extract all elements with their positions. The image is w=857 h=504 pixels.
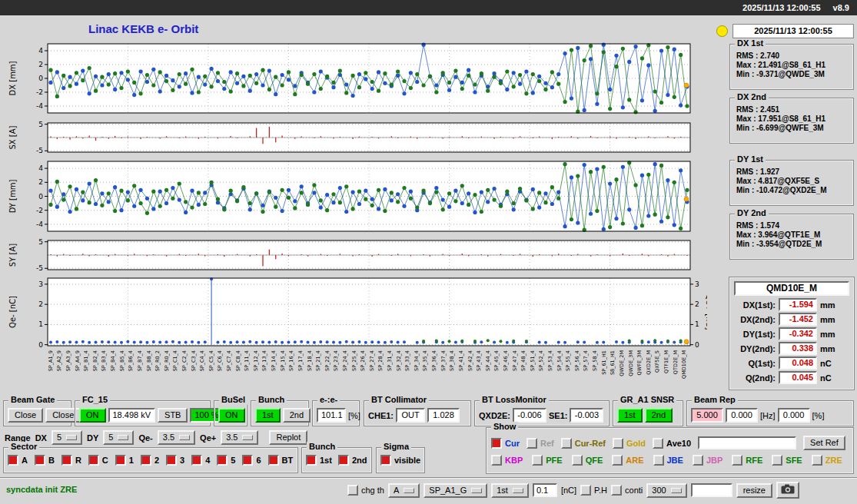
set-ref-button[interactable]: Set Ref bbox=[803, 436, 845, 450]
bpm-select-dropdown[interactable]: SP_A1_G bbox=[424, 483, 487, 498]
x-tick-label: SP_24_4 bbox=[342, 350, 348, 371]
show-kbp-checkbox[interactable]: KBP bbox=[491, 455, 523, 466]
ee-ratio-display: 101.1 bbox=[317, 408, 346, 423]
ph-checkbox[interactable]: P.H bbox=[580, 485, 607, 496]
gr-1st-button[interactable]: 1st bbox=[617, 408, 643, 423]
show-ref-checkbox[interactable]: Ref bbox=[526, 438, 554, 449]
show-ave10-checkbox[interactable]: Ave10 bbox=[653, 438, 691, 449]
fc15-on-button[interactable]: ON bbox=[79, 408, 106, 423]
checkbox-indicator bbox=[217, 455, 228, 466]
show-qfe-checkbox[interactable]: QFE bbox=[572, 455, 603, 466]
sector-group-label: Sector bbox=[8, 442, 39, 452]
x-tick-label: SP_36_4 bbox=[431, 350, 437, 371]
busel-group: BuSel ON bbox=[214, 400, 247, 426]
bpm-row-label: DX(1st): bbox=[732, 300, 776, 310]
plot-dx: 420-2-4DX [mm] bbox=[8, 43, 690, 114]
fc15-stb-button[interactable]: STB bbox=[158, 408, 188, 423]
show-cur-ref-checkbox[interactable]: Cur-Ref bbox=[561, 438, 606, 449]
bunch-1st-button[interactable]: 1st bbox=[255, 408, 281, 423]
sector-3-checkbox[interactable]: 3 bbox=[166, 455, 184, 466]
beam-gate-close-button-1[interactable]: Close bbox=[8, 408, 43, 423]
show-option-label: Ave10 bbox=[666, 439, 691, 448]
ph-label: P.H bbox=[594, 486, 607, 495]
bpm-row-q-2nd: Q(2nd):0.045nC bbox=[732, 371, 851, 384]
qxd2e-value-display: -0.006 bbox=[513, 408, 546, 423]
chg-th-checkbox[interactable]: chg th bbox=[347, 485, 384, 496]
sector-6-checkbox[interactable]: 6 bbox=[242, 455, 261, 466]
range-qem-dropdown[interactable]: 3.5 bbox=[158, 430, 195, 445]
show-rfe-checkbox[interactable]: RFE bbox=[732, 455, 762, 466]
page-title: Linac KEKB e- Orbit bbox=[88, 22, 198, 35]
show-gold-checkbox[interactable]: Gold bbox=[613, 438, 646, 449]
bunch-2nd-button[interactable]: 2nd bbox=[283, 408, 311, 423]
sector-option-label: 4 bbox=[205, 456, 210, 465]
show-option-label: JBP bbox=[706, 456, 722, 465]
show-zre-checkbox[interactable]: ZRE bbox=[812, 455, 842, 466]
sigma-visible-checkbox[interactable]: visible bbox=[380, 455, 420, 466]
ref-name-input[interactable] bbox=[698, 436, 796, 449]
points-dropdown[interactable]: 300 bbox=[646, 483, 686, 498]
show-option-label: Cur-Ref bbox=[575, 439, 606, 448]
show-are-checkbox[interactable]: ARE bbox=[612, 455, 643, 466]
x-tick-label: SP_21_4 bbox=[315, 350, 321, 371]
show-jbp-checkbox[interactable]: JBP bbox=[693, 455, 722, 466]
sector-bt-checkbox[interactable]: BT bbox=[268, 455, 294, 466]
checkbox-indicator bbox=[612, 455, 623, 466]
mode-dropdown[interactable]: A bbox=[388, 483, 420, 498]
show-cur-checkbox[interactable]: Cur bbox=[491, 438, 520, 449]
sector-b-checkbox[interactable]: B bbox=[35, 455, 55, 466]
checkbox-indicator bbox=[242, 455, 253, 466]
sector-1-checkbox[interactable]: 1 bbox=[115, 455, 134, 466]
busel-on-button[interactable]: ON bbox=[218, 408, 245, 423]
conti-checkbox[interactable]: conti bbox=[611, 485, 643, 496]
beam-rep-v2-display: 0.000 bbox=[726, 408, 758, 423]
bpm-row-unit: mm bbox=[820, 315, 835, 324]
svg-text:SX [A]: SX [A] bbox=[8, 125, 17, 149]
x-tick-label: SP_B1_4 bbox=[83, 350, 89, 371]
range-dx-dropdown[interactable]: 5 bbox=[51, 430, 82, 445]
sector-5-checkbox[interactable]: 5 bbox=[217, 455, 235, 466]
resize-button[interactable]: resize bbox=[736, 483, 772, 498]
show-option-label: ARE bbox=[626, 456, 643, 465]
dropdown-indicator bbox=[66, 435, 77, 440]
bpm-row-unit: nC bbox=[820, 359, 832, 368]
show-jbe-checkbox[interactable]: JBE bbox=[653, 455, 683, 466]
range-dy-dropdown[interactable]: 5 bbox=[103, 430, 134, 445]
titlebar-datetime: 2025/11/13 12:00:55 bbox=[742, 3, 821, 12]
sector-2-checkbox[interactable]: 2 bbox=[141, 455, 159, 466]
bunch-show-1st-checkbox[interactable]: 1st bbox=[306, 455, 332, 466]
checkbox-indicator bbox=[380, 455, 391, 466]
dropdown-indicator bbox=[671, 488, 682, 493]
plot-sy: 5-5SY [A] bbox=[8, 238, 690, 273]
threshold-input[interactable] bbox=[533, 483, 557, 497]
svg-text:SY [A]: SY [A] bbox=[8, 244, 17, 267]
gr-2nd-button[interactable]: 2nd bbox=[645, 408, 673, 423]
sector-a-checkbox[interactable]: A bbox=[8, 455, 28, 466]
show-row-1: CurRefCur-RefGoldAve10 Set Ref bbox=[487, 428, 853, 450]
x-tick-label: SP_28_4 bbox=[377, 350, 384, 371]
x-tick-label: SP_C3_4 bbox=[191, 350, 197, 371]
checkbox-indicator bbox=[653, 438, 663, 449]
sector-4-checkbox[interactable]: 4 bbox=[191, 455, 210, 466]
checkbox-indicator bbox=[115, 455, 126, 466]
show-option-label: Gold bbox=[626, 439, 646, 448]
x-tick-label: SP_56_4 bbox=[574, 350, 580, 371]
range-qep-dropdown[interactable]: 3.5 bbox=[221, 430, 258, 445]
sector-c-checkbox[interactable]: C bbox=[88, 455, 108, 466]
screenshot-button[interactable] bbox=[776, 482, 799, 499]
stats-line: RMS : 1.574 bbox=[730, 220, 853, 230]
bunch-show-2nd-checkbox[interactable]: 2nd bbox=[338, 455, 367, 466]
aux-input[interactable] bbox=[691, 483, 732, 497]
sector-r-checkbox[interactable]: R bbox=[61, 455, 81, 466]
x-tick-label: SP_B7_4 bbox=[137, 350, 143, 371]
show-sfe-checkbox[interactable]: SFE bbox=[772, 455, 802, 466]
show-option-label: RFE bbox=[746, 456, 762, 465]
bpm-row-value: 0.045 bbox=[779, 371, 817, 384]
checkbox-indicator bbox=[561, 438, 572, 449]
show-pfe-checkbox[interactable]: PFE bbox=[532, 455, 562, 466]
bpm-row-dx-1st: DX(1st):-1.594mm bbox=[732, 298, 851, 311]
bunch-select-dropdown[interactable]: 1st bbox=[491, 483, 529, 498]
replot-button[interactable]: Replot bbox=[269, 430, 307, 445]
bpm-rows: DX(1st):-1.594mmDX(2nd):-1.452mmDY(1st):… bbox=[729, 298, 854, 384]
svg-text:0: 0 bbox=[38, 193, 43, 201]
